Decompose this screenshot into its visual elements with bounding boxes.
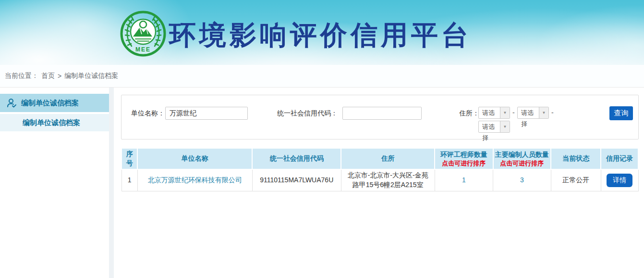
address-dash: - — [512, 109, 515, 116]
breadcrumb-home-link[interactable]: 首页 — [41, 72, 55, 80]
sidebar: 编制单位诚信档案 编制单位诚信档案 — [0, 88, 109, 278]
engineer-sort-hint[interactable]: 点击可进行排序 — [436, 159, 492, 168]
logo-mee-text: MEE — [135, 46, 151, 53]
results-table: 序号 单位名称 统一社会信用代码 住所 环评工程师数量 点击可进行排序 主要编制… — [121, 148, 639, 191]
address-district-value: 请选择 — [479, 121, 500, 132]
address-province-select[interactable]: 请选择 ▼ — [478, 107, 510, 119]
breadcrumb-separator: > — [58, 72, 61, 80]
query-button[interactable]: 查询 — [609, 106, 633, 120]
site-header: MEE 环境影响评价信用平台 — [0, 0, 644, 65]
table-row: 1 北京万源世纪环保科技有限公司 91110115MA7LWUA76U 北京市-… — [122, 169, 638, 191]
unit-name-label: 单位名称： — [131, 107, 165, 119]
content-area: 编制单位诚信档案 编制单位诚信档案 单位名称： 统一社会信用代码： 住所： 请选… — [0, 88, 644, 278]
address-value: 北京市-北京市-大兴区-金苑路甲15号6幢2层A215室 — [341, 169, 435, 191]
sidebar-item-unit-credit-archive[interactable]: 编制单位诚信档案 — [0, 94, 109, 112]
credit-code-value: 91110115MA7LWUA76U — [252, 169, 341, 191]
address-label: 住所： — [459, 107, 479, 119]
chevron-down-icon[interactable]: ▼ — [539, 107, 548, 118]
status-value: 正常公开 — [551, 169, 601, 191]
staff-count-link[interactable]: 3 — [520, 176, 524, 184]
mee-logo-icon: MEE — [120, 10, 167, 57]
chevron-down-icon[interactable]: ▼ — [500, 121, 510, 132]
header-engineer-count-label: 环评工程师数量 — [440, 151, 487, 158]
sidebar-subitem-unit-credit-archive[interactable]: 编制单位诚信档案 — [0, 114, 109, 131]
main-area: 单位名称： 统一社会信用代码： 住所： 请选择 ▼ - 请选择 ▼ - 请选择 … — [114, 88, 644, 278]
sidebar-item-label: 编制单位诚信档案 — [21, 99, 79, 108]
unit-name-link[interactable]: 北京万源世纪环保科技有限公司 — [148, 176, 242, 184]
credit-code-input[interactable] — [342, 107, 422, 120]
detail-button[interactable]: 详情 — [607, 174, 632, 187]
header-unit-name: 单位名称 — [137, 148, 252, 169]
address-city-value: 请选择 — [518, 107, 539, 118]
address-province-value: 请选择 — [479, 107, 500, 118]
address-city-select[interactable]: 请选择 ▼ — [517, 107, 549, 119]
breadcrumb-prefix: 当前位置： — [5, 72, 38, 80]
header-address: 住所 — [341, 148, 435, 169]
header-engineer-count: 环评工程师数量 点击可进行排序 — [435, 148, 493, 169]
row-index: 1 — [122, 169, 137, 191]
breadcrumb-current: 编制单位诚信档案 — [64, 72, 118, 80]
sidebar-divider — [109, 88, 114, 278]
engineer-count-link[interactable]: 1 — [462, 176, 466, 184]
staff-sort-hint[interactable]: 点击可进行排序 — [495, 159, 550, 168]
credit-code-label: 统一社会信用代码： — [277, 107, 338, 119]
address-district-select[interactable]: 请选择 ▼ — [478, 121, 510, 133]
site-title: 环境影响评价信用平台 — [169, 17, 472, 54]
header-status: 当前状态 — [551, 148, 601, 169]
unit-name-input[interactable] — [165, 107, 248, 120]
table-header-row: 序号 单位名称 统一社会信用代码 住所 环评工程师数量 点击可进行排序 主要编制… — [122, 148, 638, 169]
header-credit-code: 统一社会信用代码 — [252, 148, 341, 169]
header-index: 序号 — [122, 148, 137, 169]
header-staff-count-label: 主要编制人员数量 — [495, 151, 549, 158]
address-dash: - — [551, 109, 554, 116]
breadcrumb: 当前位置： 首页 > 编制单位诚信档案 — [0, 65, 644, 88]
search-panel: 单位名称： 统一社会信用代码： 住所： 请选择 ▼ - 请选择 ▼ - 请选择 … — [121, 95, 639, 139]
header-credit-record: 信用记录 — [601, 148, 638, 169]
chevron-down-icon[interactable]: ▼ — [500, 107, 510, 118]
header-staff-count: 主要编制人员数量 点击可进行排序 — [493, 148, 551, 169]
user-check-icon — [6, 98, 17, 108]
sidebar-subitem-label: 编制单位诚信档案 — [23, 118, 80, 127]
